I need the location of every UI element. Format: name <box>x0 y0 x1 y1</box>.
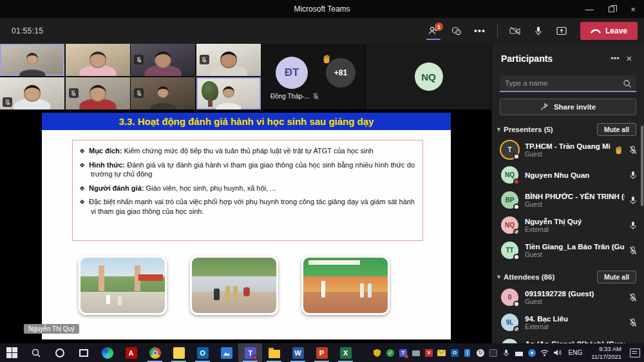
window-titlebar: Microsoft Teams — × <box>0 0 644 18</box>
taskbar-app-chrome[interactable] <box>143 343 167 362</box>
panel-scrollbar[interactable] <box>641 126 643 206</box>
overflow-avatar-label: Đồng Tháp-... <box>270 93 319 100</box>
share-invite-button[interactable]: Share invite <box>500 99 636 115</box>
restore-button[interactable] <box>600 0 622 18</box>
video-tile-1[interactable] <box>0 44 64 76</box>
taskbar-app-search[interactable] <box>24 343 48 362</box>
participant-head <box>90 52 106 68</box>
volume-icon[interactable] <box>553 348 562 357</box>
video-strip: ĐT +81 Đồng Tháp-... NQ <box>0 44 491 110</box>
share-screen-icon <box>556 26 567 36</box>
mute-all-button[interactable]: Mute all <box>597 271 636 283</box>
participant-row[interactable]: T TP.HCM - Trần Quang Mi... Guest <box>492 137 644 162</box>
section-header-attendees[interactable]: ▼ Attendees (86) Mute all <box>496 271 636 283</box>
mail-icon[interactable] <box>437 348 446 357</box>
minimize-button[interactable]: — <box>578 0 600 18</box>
printer-icon[interactable] <box>412 348 420 357</box>
raised-hand-icon <box>322 54 332 64</box>
participant-row[interactable]: 0 0919192728 (Guest) Guest <box>492 285 644 310</box>
bluetooth-icon[interactable]: ᛒ <box>463 348 471 357</box>
taskbar-app-photos[interactable] <box>214 343 238 362</box>
sync-app-icon[interactable]: ↻ <box>476 348 484 357</box>
mic-muted-icon <box>629 146 638 155</box>
antivirus-check-icon[interactable]: ✓ <box>386 348 394 357</box>
participant-row[interactable]: 9L 94. Bạc Liêu External <box>492 310 644 335</box>
spotlight-tile[interactable]: NQ <box>366 44 491 110</box>
video-tile-2[interactable] <box>66 44 130 76</box>
taskbar-app-start[interactable] <box>0 343 24 362</box>
presence-external-dot <box>513 229 520 235</box>
taskbar-app-excel[interactable]: X <box>334 343 357 362</box>
taskbar-app-outlook[interactable]: O <box>191 343 214 362</box>
participant-head <box>157 86 169 98</box>
taskbar-search-icon <box>31 348 41 358</box>
participants-button[interactable]: 1 <box>424 21 443 41</box>
leave-button[interactable]: Leave <box>580 22 638 40</box>
word-icon: W <box>292 347 304 359</box>
close-button[interactable]: × <box>622 0 644 18</box>
panel-close-button[interactable]: × <box>622 53 636 64</box>
reactions-button[interactable] <box>447 21 466 41</box>
participant-name: Nguyễn Thị Quý <box>525 218 625 225</box>
video-tile-5[interactable] <box>0 77 64 110</box>
participant-head <box>26 53 38 64</box>
participant-subtitle: Guest <box>525 151 611 158</box>
slide-bullet-2: ❖Hình thức: Đánh giá và tự đánh giá hành… <box>79 160 415 179</box>
video-tile-3[interactable] <box>131 44 195 76</box>
participant-head <box>24 85 41 102</box>
audio-device-icon[interactable] <box>489 348 497 357</box>
tile-muted-indicator <box>200 55 209 64</box>
mute-all-button[interactable]: Mute all <box>597 123 636 136</box>
teams-tray-icon[interactable]: T <box>399 348 407 357</box>
avatar: NQ <box>501 166 518 184</box>
mic-toggle-button[interactable] <box>529 21 548 41</box>
microphone-tray-icon[interactable] <box>502 348 510 357</box>
taskbar-app-word[interactable]: W <box>286 343 310 362</box>
wifi-icon[interactable] <box>540 348 549 357</box>
windows-start-icon <box>6 347 17 358</box>
bonsai-plant <box>202 81 218 100</box>
taskbar-app-powerpoint[interactable]: P <box>310 343 334 362</box>
participant-name: BÌNH PHƯỚC - YẾN TRINH (G... <box>525 193 625 200</box>
section-header-presenters[interactable]: ▼ Presenters (5) Mute all <box>496 123 636 136</box>
antivirus-v-icon[interactable]: V <box>424 348 433 357</box>
video-tile-4[interactable] <box>196 44 261 76</box>
mic-on-icon <box>629 171 638 180</box>
participant-row[interactable]: NQ Nguyen Nhu Quan <box>492 162 644 187</box>
mic-muted-icon <box>629 246 638 255</box>
video-tile-6[interactable] <box>66 77 130 110</box>
taskbar-clock[interactable]: 9:33 AM 11/17/2021 <box>589 345 624 361</box>
participant-row[interactable]: NQ Nguyễn Thị Quý External <box>492 213 644 238</box>
taskbar-app-sticky-notes[interactable] <box>167 343 191 362</box>
taskbar-app-teams[interactable]: T <box>238 343 262 362</box>
share-button[interactable] <box>552 21 571 41</box>
video-tile-7[interactable] <box>131 77 195 110</box>
presence-busy-dot <box>513 178 520 185</box>
defender-shield-icon[interactable] <box>373 348 381 357</box>
participant-meta: Nguyen Nhu Quan <box>525 171 625 179</box>
power-icon[interactable] <box>515 348 523 357</box>
participants-panel-title: Participants <box>501 53 608 64</box>
language-indicator[interactable]: ENG <box>566 349 584 356</box>
taskbar-app-task-view[interactable] <box>71 343 95 362</box>
slide-bullet-3: ❖Người đánh giá: Giáo viên, học sinh, ph… <box>79 184 415 193</box>
teams-update-icon[interactable]: ● <box>527 348 536 357</box>
slide-content-box: ❖Mục đích: Kiểm chứng mức độ tiếp thu và… <box>72 140 423 241</box>
search-input[interactable] <box>500 75 636 92</box>
overflow-avatar[interactable]: ĐT <box>276 57 308 89</box>
taskbar-app-file-explorer[interactable] <box>262 343 286 362</box>
panel-more-button[interactable]: ••• <box>608 53 622 63</box>
meeting-stage: ĐT +81 Đồng Tháp-... NQ 3.3. Hoạt động đ… <box>0 44 491 343</box>
presence-available-dot <box>513 301 520 307</box>
notification-center-icon[interactable] <box>630 348 640 357</box>
participant-row[interactable]: TT Tiền Giang_La Bảo Trân (Guest) Guest <box>492 238 644 263</box>
tile-muted-indicator <box>69 88 79 98</box>
video-tile-8[interactable] <box>196 77 261 110</box>
camera-toggle-button[interactable] <box>506 21 525 41</box>
taskbar-app-edge[interactable] <box>95 343 119 362</box>
participant-row[interactable]: BP BÌNH PHƯỚC - YẾN TRINH (G... Guest <box>492 187 644 213</box>
taskbar-app-cortana[interactable] <box>48 343 71 362</box>
taskbar-app-acrobat[interactable]: A <box>119 343 143 362</box>
more-actions-button[interactable]: ••• <box>470 21 489 41</box>
outlook-tray-icon[interactable]: O <box>450 348 459 357</box>
